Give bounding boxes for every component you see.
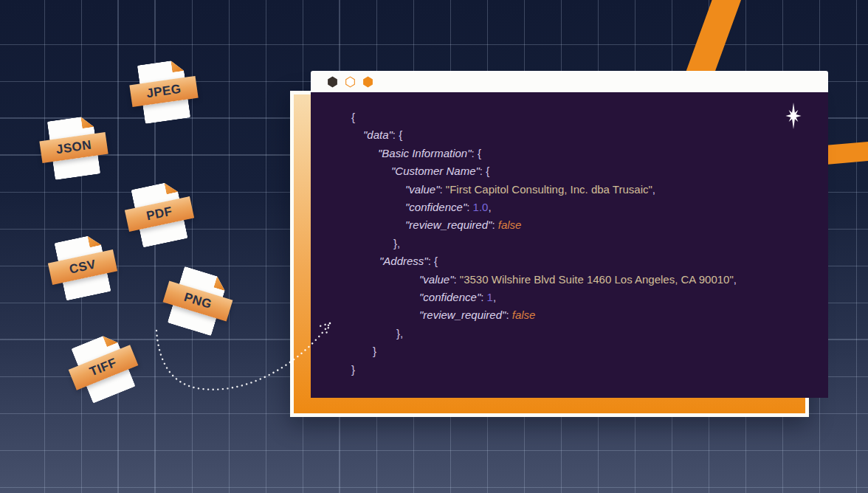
file-format-label: PDF [145,204,174,224]
window-button-hexagon-dark[interactable] [327,76,338,88]
code-line: }, [311,235,828,252]
folded-corner-icon [80,115,94,128]
code-line: "data": { [311,126,828,144]
code-line: "review_required": false [311,216,828,234]
window-titlebar [311,71,828,92]
code-line: "review_required": false [311,306,828,324]
folded-corner-icon [170,59,184,72]
code-panel: {"data": {"Basic Information": {"Custome… [311,92,828,398]
code-line: "Customer Name": { [311,162,828,180]
hero-illustration: JPEG JSON PDF CSV PNG TIFF [0,0,868,493]
file-icon-json: JSON [47,115,101,180]
code-line: } [311,342,828,360]
file-format-label: PNG [182,290,214,312]
file-format-label: CSV [68,257,97,277]
json-code-block: {"data": {"Basic Information": {"Custome… [311,108,828,379]
window-button-hexagon-orange[interactable] [362,76,373,88]
file-icon-jpeg: JPEG [137,59,191,124]
code-line: }, [311,325,828,342]
folded-corner-icon [164,180,178,194]
code-line: { [311,108,828,126]
code-line: "confidence": 1.0, [311,199,828,216]
code-line: } [311,361,828,379]
code-line: "value": "First Capitol Consulting, Inc.… [311,181,828,199]
window-button-hexagon-outline[interactable] [345,76,356,88]
code-line: "value": "3530 Wilshire Blvd Suite 1460 … [311,271,828,289]
orange-stripe-right [824,141,868,165]
file-format-label: JSON [55,138,93,158]
code-window: {"data": {"Basic Information": {"Custome… [311,71,828,398]
code-line: "Basic Information": { [311,145,828,162]
folded-corner-icon [87,233,101,247]
code-line: "confidence": 1, [311,289,828,306]
file-format-label: JPEG [145,82,182,101]
sparkle-icon [785,103,802,129]
code-line: "Address": { [311,252,828,270]
